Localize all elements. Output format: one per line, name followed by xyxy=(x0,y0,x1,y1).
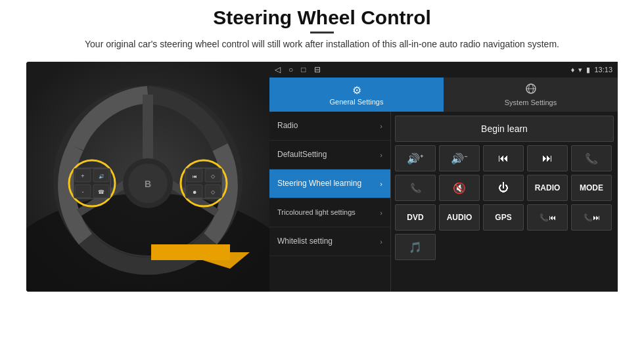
tab-general-label: General Settings xyxy=(330,98,384,106)
clock: 13:13 xyxy=(594,66,612,74)
controls-panel: Begin learn 🔊+ 🔊− ⏮ xyxy=(391,112,618,292)
menu-controls: Radio › DefaultSetting › Steering Wheel … xyxy=(269,112,618,292)
chevron-default: › xyxy=(380,151,382,159)
audio-label: AUDIO xyxy=(447,213,472,222)
location-icon: ♦ xyxy=(571,66,575,74)
svg-text:◇: ◇ xyxy=(211,173,216,179)
status-bar: ◁ ○ □ ⊟ ♦ ▾ ▮ 13:13 xyxy=(269,62,618,78)
settings-icon: ⚙ xyxy=(352,84,361,97)
svg-text:☎: ☎ xyxy=(98,189,104,195)
chevron-tricolour: › xyxy=(380,209,382,217)
steering-wheel-image: B + 🔊 - ☎ ⏮ ◇ ⏺ xyxy=(26,62,269,292)
mode-button[interactable]: MODE xyxy=(571,175,612,201)
content-area: B + 🔊 - ☎ ⏮ ◇ ⏺ xyxy=(26,62,618,292)
svg-text:🔊: 🔊 xyxy=(99,173,104,179)
chevron-radio: › xyxy=(380,122,382,130)
radio-label: RADIO xyxy=(535,183,561,192)
battery-icon: ▮ xyxy=(586,66,590,74)
hangup-button[interactable]: 📞 xyxy=(395,175,436,201)
globe-icon xyxy=(525,83,537,97)
left-menu: Radio › DefaultSetting › Steering Wheel … xyxy=(269,112,391,292)
power-button[interactable]: ⏻ xyxy=(483,175,524,201)
menu-tricolour-label: Tricoloured light settings xyxy=(277,208,356,217)
menu-steering-label: Steering Wheel learning xyxy=(277,179,361,189)
nav-icons: ◁ ○ □ ⊟ xyxy=(275,65,321,74)
dvd-button[interactable]: DVD xyxy=(395,204,436,231)
wifi-icon: ▾ xyxy=(578,66,582,74)
menu-item-tricolour[interactable]: Tricoloured light settings › xyxy=(269,198,390,227)
back-icon[interactable]: ◁ xyxy=(275,65,281,74)
svg-rect-32 xyxy=(151,244,230,260)
media-row-4: 🎵 xyxy=(395,234,614,260)
dvd-label: DVD xyxy=(407,213,423,222)
chevron-steering: › xyxy=(380,180,382,188)
audio-button[interactable]: AUDIO xyxy=(439,204,480,231)
phone-prev-icon: 📞⏮ xyxy=(540,213,556,222)
svg-text:◇: ◇ xyxy=(211,189,216,195)
media-row-1: 🔊+ 🔊− ⏮ ⏭ 📞 xyxy=(395,145,614,171)
svg-text:B: B xyxy=(145,179,151,189)
begin-learn-button[interactable]: Begin learn xyxy=(395,116,614,142)
menu-default-label: DefaultSetting xyxy=(277,150,327,160)
subtitle: Your original car's steering wheel contr… xyxy=(85,37,559,51)
android-panel: ◁ ○ □ ⊟ ♦ ▾ ▮ 13:13 ⚙ General Settings xyxy=(269,62,618,292)
menu-item-radio[interactable]: Radio › xyxy=(269,112,390,141)
menu-item-whitelist[interactable]: Whitelist setting › xyxy=(269,227,390,256)
menu-whitelist-label: Whitelist setting xyxy=(277,236,333,247)
home-icon[interactable]: ○ xyxy=(288,65,293,74)
begin-learn-row: Begin learn xyxy=(395,116,614,142)
media-row-3: DVD AUDIO GPS 📞⏮ 📞⏭ xyxy=(395,204,614,231)
next-icon: ⏭ xyxy=(542,152,553,164)
gps-button[interactable]: GPS xyxy=(483,204,524,231)
svg-text:-: - xyxy=(82,189,84,195)
tab-bar: ⚙ General Settings System Settings xyxy=(269,78,618,112)
prev-track-button[interactable]: ⏮ xyxy=(483,145,524,171)
tab-general[interactable]: ⚙ General Settings xyxy=(269,78,444,112)
menu-radio-label: Radio xyxy=(277,121,298,131)
chevron-whitelist: › xyxy=(380,238,382,246)
music-icon: 🎵 xyxy=(409,241,422,254)
phone-next-button[interactable]: 📞⏭ xyxy=(571,204,612,231)
media-row-2: 📞 🔇 ⏻ RADIO MODE xyxy=(395,175,614,201)
power-icon: ⏻ xyxy=(498,182,509,194)
vol-down-button[interactable]: 🔊− xyxy=(439,145,480,171)
mute-icon: 🔇 xyxy=(453,182,466,194)
recents-icon[interactable]: □ xyxy=(301,65,306,74)
menu-item-steering[interactable]: Steering Wheel learning › xyxy=(269,169,390,198)
vol-down-icon: 🔊− xyxy=(451,152,467,165)
vol-up-button[interactable]: 🔊+ xyxy=(395,145,436,171)
svg-text:⏺: ⏺ xyxy=(193,190,197,194)
next-track-button[interactable]: ⏭ xyxy=(527,145,568,171)
gps-label: GPS xyxy=(495,213,511,222)
steering-wheel-svg: B + 🔊 - ☎ ⏮ ◇ ⏺ xyxy=(26,62,269,292)
menu-icon[interactable]: ⊟ xyxy=(314,65,321,74)
mode-label: MODE xyxy=(580,183,603,192)
title-divider xyxy=(310,32,334,34)
radio-button[interactable]: RADIO xyxy=(527,175,568,201)
tab-system-label: System Settings xyxy=(505,99,557,106)
tab-system[interactable]: System Settings xyxy=(444,78,618,112)
menu-item-default[interactable]: DefaultSetting › xyxy=(269,141,390,169)
vol-up-icon: 🔊+ xyxy=(407,152,423,165)
phone-next-icon: 📞⏭ xyxy=(584,213,600,222)
svg-text:+: + xyxy=(81,173,84,179)
phone-icon: 📞 xyxy=(585,152,598,165)
status-icons: ♦ ▾ ▮ 13:13 xyxy=(571,66,612,74)
phone-button[interactable]: 📞 xyxy=(571,145,612,171)
page-title: Steering Wheel Control xyxy=(85,7,559,29)
phone-prev-button[interactable]: 📞⏮ xyxy=(527,204,568,231)
prev-icon: ⏮ xyxy=(498,152,509,164)
hangup-icon: 📞 xyxy=(410,183,421,193)
music-button[interactable]: 🎵 xyxy=(395,234,436,260)
svg-text:⏮: ⏮ xyxy=(193,174,197,179)
mute-button[interactable]: 🔇 xyxy=(439,175,480,201)
